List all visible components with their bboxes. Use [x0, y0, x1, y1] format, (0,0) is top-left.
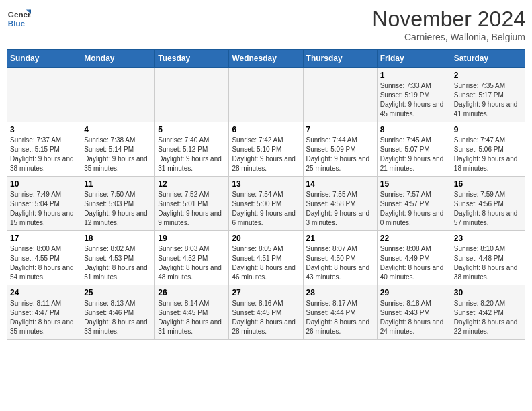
- header-saturday: Saturday: [451, 50, 525, 68]
- day-number: 2: [454, 71, 522, 80]
- calendar-cell: 1Sunrise: 7:33 AM Sunset: 5:19 PM Daylig…: [377, 68, 451, 122]
- calendar-cell: 7Sunrise: 7:44 AM Sunset: 5:09 PM Daylig…: [303, 122, 377, 177]
- day-number: 19: [158, 234, 226, 243]
- calendar-cell: 19Sunrise: 8:03 AM Sunset: 4:52 PM Dayli…: [155, 231, 229, 285]
- day-number: 12: [158, 179, 226, 189]
- day-info: Sunrise: 7:40 AM Sunset: 5:12 PM Dayligh…: [158, 136, 226, 173]
- day-info: Sunrise: 8:16 AM Sunset: 4:45 PM Dayligh…: [232, 299, 300, 336]
- location-subtitle: Carnieres, Wallonia, Belgium: [372, 32, 525, 42]
- day-info: Sunrise: 7:47 AM Sunset: 5:06 PM Dayligh…: [454, 136, 522, 173]
- calendar-cell: 8Sunrise: 7:45 AM Sunset: 5:07 PM Daylig…: [377, 122, 451, 177]
- day-info: Sunrise: 7:54 AM Sunset: 5:00 PM Dayligh…: [232, 190, 300, 228]
- header-friday: Friday: [377, 50, 451, 68]
- day-info: Sunrise: 8:08 AM Sunset: 4:49 PM Dayligh…: [380, 244, 448, 282]
- day-number: 14: [306, 179, 374, 189]
- day-number: 28: [306, 288, 374, 298]
- day-number: 25: [84, 288, 152, 298]
- day-number: 8: [380, 125, 448, 134]
- day-info: Sunrise: 7:50 AM Sunset: 5:03 PM Dayligh…: [84, 190, 152, 228]
- calendar-cell: 17Sunrise: 8:00 AM Sunset: 4:55 PM Dayli…: [7, 231, 81, 285]
- calendar-cell: 30Sunrise: 8:20 AM Sunset: 4:42 PM Dayli…: [451, 285, 525, 340]
- calendar-week-0: 1Sunrise: 7:33 AM Sunset: 5:19 PM Daylig…: [7, 68, 525, 122]
- calendar-cell: 21Sunrise: 8:07 AM Sunset: 4:50 PM Dayli…: [303, 231, 377, 285]
- header-thursday: Thursday: [303, 50, 377, 68]
- logo-icon: General Blue: [7, 7, 31, 31]
- day-info: Sunrise: 7:33 AM Sunset: 5:19 PM Dayligh…: [380, 81, 448, 119]
- calendar-cell: 16Sunrise: 7:59 AM Sunset: 4:56 PM Dayli…: [451, 177, 525, 231]
- day-number: 30: [454, 288, 522, 298]
- calendar-cell: 2Sunrise: 7:35 AM Sunset: 5:17 PM Daylig…: [451, 68, 525, 122]
- calendar-cell: [81, 68, 155, 122]
- calendar-cell: 26Sunrise: 8:14 AM Sunset: 4:45 PM Dayli…: [155, 285, 229, 340]
- day-number: 6: [232, 125, 300, 134]
- calendar-cell: 25Sunrise: 8:13 AM Sunset: 4:46 PM Dayli…: [81, 285, 155, 340]
- header-monday: Monday: [81, 50, 155, 68]
- calendar-table: Sunday Monday Tuesday Wednesday Thursday…: [7, 49, 525, 340]
- calendar-cell: 27Sunrise: 8:16 AM Sunset: 4:45 PM Dayli…: [229, 285, 303, 340]
- day-info: Sunrise: 8:14 AM Sunset: 4:45 PM Dayligh…: [158, 299, 226, 336]
- day-info: Sunrise: 8:17 AM Sunset: 4:44 PM Dayligh…: [306, 299, 374, 336]
- svg-text:General: General: [8, 10, 31, 19]
- day-number: 15: [380, 179, 448, 189]
- calendar-cell: 24Sunrise: 8:11 AM Sunset: 4:47 PM Dayli…: [7, 285, 81, 340]
- calendar-cell: [303, 68, 377, 122]
- calendar-cell: 20Sunrise: 8:05 AM Sunset: 4:51 PM Dayli…: [229, 231, 303, 285]
- day-number: 10: [10, 179, 78, 189]
- day-number: 21: [306, 234, 374, 243]
- day-number: 20: [232, 234, 300, 243]
- calendar-cell: 5Sunrise: 7:40 AM Sunset: 5:12 PM Daylig…: [155, 122, 229, 177]
- day-info: Sunrise: 7:59 AM Sunset: 4:56 PM Dayligh…: [454, 190, 522, 228]
- calendar-cell: 4Sunrise: 7:38 AM Sunset: 5:14 PM Daylig…: [81, 122, 155, 177]
- calendar-week-1: 3Sunrise: 7:37 AM Sunset: 5:15 PM Daylig…: [7, 122, 525, 177]
- calendar-week-2: 10Sunrise: 7:49 AM Sunset: 5:04 PM Dayli…: [7, 177, 525, 231]
- calendar-cell: 3Sunrise: 7:37 AM Sunset: 5:15 PM Daylig…: [7, 122, 81, 177]
- header-wednesday: Wednesday: [229, 50, 303, 68]
- day-number: 3: [10, 125, 78, 134]
- header-tuesday: Tuesday: [155, 50, 229, 68]
- calendar-cell: 6Sunrise: 7:42 AM Sunset: 5:10 PM Daylig…: [229, 122, 303, 177]
- calendar-cell: 15Sunrise: 7:57 AM Sunset: 4:57 PM Dayli…: [377, 177, 451, 231]
- calendar-cell: 11Sunrise: 7:50 AM Sunset: 5:03 PM Dayli…: [81, 177, 155, 231]
- page-header: General Blue November 2024 Carnieres, Wa…: [7, 7, 525, 42]
- day-number: 23: [454, 234, 522, 243]
- calendar-cell: [229, 68, 303, 122]
- calendar-week-3: 17Sunrise: 8:00 AM Sunset: 4:55 PM Dayli…: [7, 231, 525, 285]
- day-info: Sunrise: 7:37 AM Sunset: 5:15 PM Dayligh…: [10, 136, 78, 173]
- calendar-cell: [7, 68, 81, 122]
- day-number: 26: [158, 288, 226, 298]
- day-info: Sunrise: 7:45 AM Sunset: 5:07 PM Dayligh…: [380, 136, 448, 173]
- header-sunday: Sunday: [7, 50, 81, 68]
- day-info: Sunrise: 8:20 AM Sunset: 4:42 PM Dayligh…: [454, 299, 522, 336]
- day-number: 29: [380, 288, 448, 298]
- day-info: Sunrise: 8:10 AM Sunset: 4:48 PM Dayligh…: [454, 244, 522, 282]
- day-info: Sunrise: 8:05 AM Sunset: 4:51 PM Dayligh…: [232, 244, 300, 282]
- day-number: 17: [10, 234, 78, 243]
- day-info: Sunrise: 7:35 AM Sunset: 5:17 PM Dayligh…: [454, 81, 522, 119]
- calendar-cell: 29Sunrise: 8:18 AM Sunset: 4:43 PM Dayli…: [377, 285, 451, 340]
- logo: General Blue: [7, 7, 31, 31]
- month-title: November 2024: [372, 7, 525, 32]
- day-info: Sunrise: 8:13 AM Sunset: 4:46 PM Dayligh…: [84, 299, 152, 336]
- calendar-cell: 13Sunrise: 7:54 AM Sunset: 5:00 PM Dayli…: [229, 177, 303, 231]
- day-number: 1: [380, 71, 448, 80]
- calendar-header: Sunday Monday Tuesday Wednesday Thursday…: [7, 50, 525, 68]
- day-info: Sunrise: 8:02 AM Sunset: 4:53 PM Dayligh…: [84, 244, 152, 282]
- day-info: Sunrise: 7:44 AM Sunset: 5:09 PM Dayligh…: [306, 136, 374, 173]
- day-number: 16: [454, 179, 522, 189]
- calendar-week-4: 24Sunrise: 8:11 AM Sunset: 4:47 PM Dayli…: [7, 285, 525, 340]
- day-info: Sunrise: 8:18 AM Sunset: 4:43 PM Dayligh…: [380, 299, 448, 336]
- day-info: Sunrise: 7:55 AM Sunset: 4:58 PM Dayligh…: [306, 190, 374, 228]
- calendar-cell: 12Sunrise: 7:52 AM Sunset: 5:01 PM Dayli…: [155, 177, 229, 231]
- day-number: 11: [84, 179, 152, 189]
- day-info: Sunrise: 7:52 AM Sunset: 5:01 PM Dayligh…: [158, 190, 226, 228]
- day-number: 5: [158, 125, 226, 134]
- day-info: Sunrise: 8:11 AM Sunset: 4:47 PM Dayligh…: [10, 299, 78, 336]
- day-info: Sunrise: 7:57 AM Sunset: 4:57 PM Dayligh…: [380, 190, 448, 228]
- day-info: Sunrise: 7:49 AM Sunset: 5:04 PM Dayligh…: [10, 190, 78, 228]
- day-number: 13: [232, 179, 300, 189]
- calendar-cell: 18Sunrise: 8:02 AM Sunset: 4:53 PM Dayli…: [81, 231, 155, 285]
- day-info: Sunrise: 8:03 AM Sunset: 4:52 PM Dayligh…: [158, 244, 226, 282]
- day-number: 24: [10, 288, 78, 298]
- svg-text:Blue: Blue: [8, 19, 26, 28]
- calendar-cell: 23Sunrise: 8:10 AM Sunset: 4:48 PM Dayli…: [451, 231, 525, 285]
